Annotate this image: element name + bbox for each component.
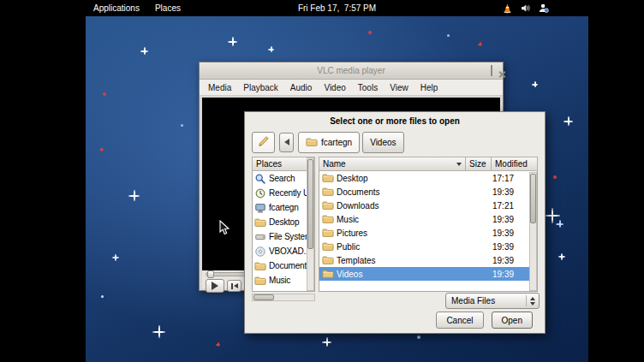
place-item-music[interactable]: Music xyxy=(253,273,314,288)
column-header-modified[interactable]: Modified xyxy=(492,157,538,171)
star-sparkle-icon xyxy=(556,220,564,228)
previous-button[interactable] xyxy=(227,280,242,292)
folder-icon xyxy=(254,217,266,228)
file-row-music[interactable]: Music19:39 xyxy=(319,212,537,226)
place-item-desktop[interactable]: Desktop xyxy=(253,215,314,229)
file-name: Public xyxy=(337,242,467,252)
vlc-menu-audio[interactable]: Audio xyxy=(284,83,319,92)
files-pane: Name Size Modified Desktop17:17Documents… xyxy=(319,157,538,292)
place-label: Search xyxy=(269,174,295,183)
file-row-downloads[interactable]: Downloads17:21 xyxy=(319,199,537,212)
star-dot-icon xyxy=(447,34,450,37)
dialog-body: Places SearchRecently U...fcartegnDeskto… xyxy=(252,157,538,292)
panel-menu-applications[interactable]: Applications xyxy=(86,0,147,16)
file-row-documents[interactable]: Documents19:39 xyxy=(319,185,537,199)
file-row-public[interactable]: Public19:39 xyxy=(319,240,537,253)
open-button[interactable]: Open xyxy=(492,312,533,329)
type-filename-toggle[interactable] xyxy=(252,132,275,153)
breadcrumb-label: Videos xyxy=(370,138,396,147)
files-scroll-thumb[interactable] xyxy=(530,174,536,223)
star-sparkle-icon xyxy=(228,37,237,46)
vlc-menubar: MediaPlaybackAudioVideoToolsViewHelp xyxy=(200,80,503,96)
place-item-vboxad[interactable]: VBOXAD... xyxy=(253,244,314,258)
file-type-filter[interactable]: Media Files xyxy=(445,293,540,309)
places-header[interactable]: Places xyxy=(252,157,315,171)
breadcrumb: fcartegnVideos xyxy=(298,132,404,153)
file-row-pictures[interactable]: Pictures19:39 xyxy=(319,226,537,240)
seek-handle[interactable] xyxy=(207,270,214,278)
place-item-search[interactable]: Search xyxy=(253,171,314,186)
place-label: VBOXAD... xyxy=(269,246,310,256)
clock[interactable]: Fri Feb 17, 7:57 PM xyxy=(298,3,376,13)
column-header-size[interactable]: Size xyxy=(466,157,492,171)
places-header-label: Places xyxy=(256,159,282,169)
path-back-button[interactable] xyxy=(279,133,294,152)
star-dot-icon xyxy=(417,335,420,339)
places-scroll-thumb[interactable] xyxy=(307,159,313,249)
dialog-bottom: Media Files Cancel Open xyxy=(245,290,545,333)
breadcrumb-fcartegn[interactable]: fcartegn xyxy=(298,132,360,153)
star-dot-icon xyxy=(101,295,104,298)
star-sparkle-icon xyxy=(216,342,220,347)
folder-icon xyxy=(306,136,318,148)
column-label-name: Name xyxy=(323,159,346,169)
disc-icon xyxy=(254,246,266,258)
vlc-tray-icon[interactable] xyxy=(502,3,513,14)
place-item-fcartegn[interactable]: fcartegn xyxy=(253,200,314,215)
screen: ApplicationsPlaces Fri Feb 17, 7:57 PM V… xyxy=(0,0,644,362)
system-tray xyxy=(502,0,549,16)
place-item-file-system[interactable]: File System xyxy=(253,229,314,244)
file-row-desktop[interactable]: Desktop17:17 xyxy=(319,171,537,185)
vlc-menu-video[interactable]: Video xyxy=(318,83,351,92)
place-label: Music xyxy=(269,276,290,285)
vlc-menu-view[interactable]: View xyxy=(384,83,414,92)
folder-icon xyxy=(322,199,337,211)
recent-icon xyxy=(254,187,266,199)
search-icon xyxy=(254,173,266,185)
sort-arrow-icon xyxy=(456,163,462,166)
folder-icon xyxy=(322,240,337,252)
back-arrow-icon xyxy=(284,139,289,145)
column-header-name[interactable]: Name xyxy=(319,157,466,171)
user-switcher-icon[interactable] xyxy=(538,3,549,14)
top-panel: ApplicationsPlaces Fri Feb 17, 7:57 PM xyxy=(86,0,588,16)
column-label-modified: Modified xyxy=(495,159,528,169)
file-name: Desktop xyxy=(337,174,467,183)
cancel-button[interactable]: Cancel xyxy=(436,312,483,329)
place-label: Documents xyxy=(269,261,311,270)
vlc-titlebar[interactable]: VLC media player xyxy=(200,62,503,80)
place-item-documents[interactable]: Documents xyxy=(253,258,314,273)
combo-separator xyxy=(526,295,527,306)
folder-icon xyxy=(322,268,337,280)
star-sparkle-icon xyxy=(558,253,565,260)
place-item-recently-u[interactable]: Recently U... xyxy=(253,186,314,200)
star-dot-icon xyxy=(181,124,183,127)
panel-menu-places[interactable]: Places xyxy=(147,0,188,16)
star-sparkle-icon xyxy=(140,47,148,55)
files-scrollbar[interactable] xyxy=(529,172,537,291)
combo-arrows-icon xyxy=(530,297,535,306)
star-sparkle-icon xyxy=(99,147,104,151)
combo-down-icon xyxy=(530,302,535,306)
file-row-videos[interactable]: Videos19:39 xyxy=(319,267,537,281)
place-label: Desktop xyxy=(269,217,299,227)
places-hscrollbar[interactable] xyxy=(252,294,315,301)
vlc-menu-tools[interactable]: Tools xyxy=(352,83,384,92)
vlc-menu-help[interactable]: Help xyxy=(414,83,444,92)
dialog-title: Select one or more files to open xyxy=(245,112,545,129)
volume-icon[interactable] xyxy=(520,3,531,14)
places-pane: Places SearchRecently U...fcartegnDeskto… xyxy=(252,157,315,292)
file-name: Templates xyxy=(337,256,467,265)
maximize-button[interactable] xyxy=(491,66,492,75)
breadcrumb-videos[interactable]: Videos xyxy=(362,132,403,153)
vlc-menu-media[interactable]: Media xyxy=(202,83,237,92)
pencil-icon xyxy=(258,135,270,149)
play-button[interactable] xyxy=(206,279,224,293)
folder-icon xyxy=(322,186,337,198)
places-scrollbar[interactable] xyxy=(307,157,314,291)
file-name: Music xyxy=(337,215,467,224)
vlc-menu-playback[interactable]: Playback xyxy=(237,83,284,92)
file-row-templates[interactable]: Templates19:39 xyxy=(319,253,537,267)
folder-icon xyxy=(322,213,337,225)
places-hscroll-thumb[interactable] xyxy=(253,294,274,300)
